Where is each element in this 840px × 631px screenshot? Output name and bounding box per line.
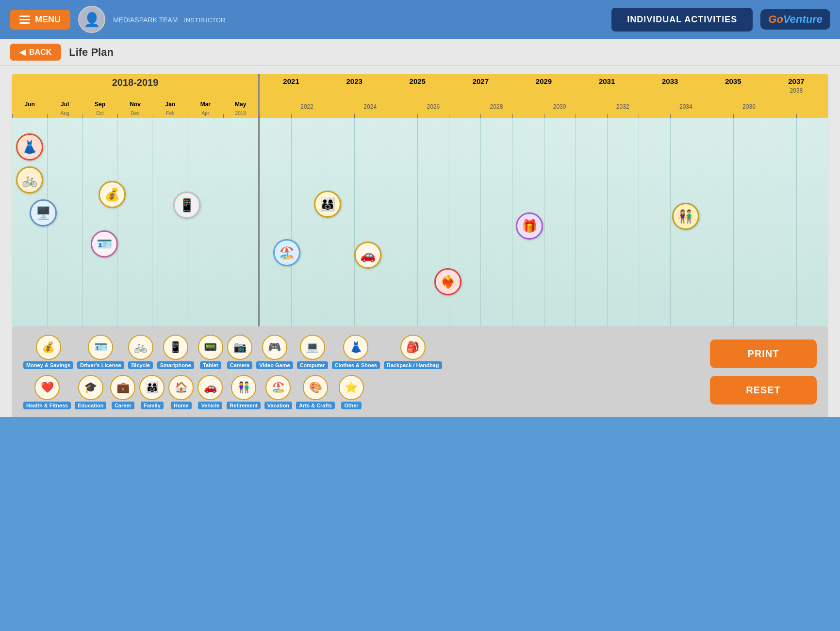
- reset-button[interactable]: RESET: [710, 376, 817, 404]
- timeline-left-header: 2018-2019 Jun JulAug SepOct NovDec JanFe…: [12, 74, 260, 118]
- chip-arts-crafts[interactable]: 🎨 Arts & Crafts: [296, 375, 335, 409]
- chip-family[interactable]: 👨‍👩‍👧 Family: [139, 375, 165, 409]
- year-2029: 2029: [512, 77, 575, 95]
- placed-item-retirement[interactable]: 👫: [672, 203, 699, 230]
- year-2033: 2033: [639, 77, 702, 95]
- chip-health-fitness[interactable]: ❤️ Health & Fitness: [23, 375, 71, 409]
- vehicle-label: Vehicle: [198, 402, 222, 409]
- career-icon: 💼: [110, 375, 135, 400]
- smartphone-label: Smartphone: [157, 361, 194, 369]
- chip-video-game[interactable]: 🎮 Video Game: [256, 335, 293, 369]
- back-chevron-icon: ◀: [19, 48, 25, 57]
- chip-other[interactable]: ⭐ Other: [339, 375, 364, 409]
- placed-item-family[interactable]: 👨‍👩‍👧: [314, 191, 341, 218]
- chip-clothes-shoes[interactable]: 👗 Clothes & Shoes: [332, 335, 380, 369]
- timeline-wrapper: 2018-2019 Jun JulAug SepOct NovDec JanFe…: [12, 74, 828, 327]
- right-vgrid-1: [291, 118, 292, 326]
- chip-backpack[interactable]: 🎒 Backpack / Handbag: [384, 335, 442, 369]
- family-icon: 👨‍👩‍👧: [139, 375, 165, 400]
- right-vgrid-3: [354, 118, 355, 326]
- hamburger-icon: [19, 16, 30, 24]
- education-icon: 🎓: [78, 375, 103, 400]
- chip-vacation[interactable]: 🏖️ Vacation: [264, 375, 292, 409]
- right-vgrid-14: [702, 118, 702, 326]
- placed-item-gift[interactable]: 🎁: [516, 212, 543, 240]
- placed-item-smartphone[interactable]: 📱: [173, 192, 200, 219]
- year-2035: 2035: [702, 77, 765, 95]
- placed-item-car[interactable]: 🚗: [354, 242, 381, 269]
- chip-career[interactable]: 💼 Career: [110, 375, 135, 409]
- chip-home[interactable]: 🏠 Home: [168, 375, 194, 409]
- right-vgrid-0: [260, 118, 260, 326]
- camera-label: Camera: [227, 361, 252, 369]
- activities-button[interactable]: INDIVIDUAL ACTIVITIES: [611, 8, 753, 32]
- chip-money-savings[interactable]: 💰 Money & Savings: [23, 335, 73, 369]
- user-name: MEDIASPARK TEAM: [113, 16, 178, 24]
- placed-item-vacation[interactable]: 🏖️: [273, 239, 300, 266]
- chip-computer[interactable]: 💻 Computer: [297, 335, 328, 369]
- chip-camera[interactable]: 📷 Camera: [227, 335, 252, 369]
- bicycle-label: Bicycle: [128, 361, 153, 369]
- back-label: BACK: [29, 48, 51, 57]
- timeline-right-header: 2021 2023 2025 2027 2029 2031 2033 2035 …: [260, 74, 828, 118]
- placed-item-bicycle[interactable]: 🚲: [16, 166, 43, 194]
- timeline-right-body: 🏖️ 👨‍👩‍👧 🚗 ❤️‍🔥 🎁 👫: [260, 118, 828, 326]
- arts-crafts-icon: 🎨: [303, 375, 328, 400]
- chip-drivers-license[interactable]: 🪪 Driver's License: [77, 335, 124, 369]
- right-vgrid-11: [607, 118, 608, 326]
- icon-row-1: 💰 Money & Savings 🪪 Driver's License 🚲 B…: [23, 335, 694, 369]
- back-button[interactable]: ◀ BACK: [10, 44, 61, 61]
- timeline-header: 2018-2019 Jun JulAug SepOct NovDec JanFe…: [12, 74, 828, 118]
- timeline-left-body: 👗 🚲 🖥️ 💰 🪪 📱: [12, 118, 260, 326]
- vehicle-icon: 🚗: [198, 375, 223, 400]
- logo-go: Go: [768, 13, 783, 25]
- timeline-period-label: 2018-2019: [112, 74, 159, 88]
- drivers-license-label: Driver's License: [77, 361, 124, 369]
- career-label: Career: [112, 402, 134, 409]
- chip-bicycle[interactable]: 🚲 Bicycle: [128, 335, 153, 369]
- home-label: Home: [171, 402, 192, 409]
- right-vgrid-10: [576, 118, 576, 326]
- year-labels-row: 2021 2023 2025 2027 2029 2031 2033 2035 …: [260, 74, 828, 95]
- right-vgrid-16: [765, 118, 765, 326]
- action-buttons: PRINT RESET: [710, 340, 817, 404]
- print-button[interactable]: PRINT: [710, 340, 817, 368]
- backpack-icon: 🎒: [400, 335, 426, 360]
- right-vgrid-17: [796, 118, 797, 326]
- backpack-label: Backpack / Handbag: [384, 361, 442, 369]
- chip-smartphone[interactable]: 📱 Smartphone: [157, 335, 194, 369]
- vgrid-2: [82, 118, 82, 326]
- timeline-body: 👗 🚲 🖥️ 💰 🪪 📱 🏖️ 👨‍👩‍👧: [12, 118, 828, 326]
- placed-item-tablet[interactable]: 🖥️: [30, 199, 57, 227]
- menu-button[interactable]: MENU: [10, 10, 70, 30]
- placed-item-money[interactable]: 💰: [99, 181, 126, 208]
- placed-item-clothes[interactable]: 👗: [16, 133, 43, 161]
- other-label: Other: [341, 402, 361, 409]
- family-label: Family: [141, 402, 164, 409]
- computer-icon: 💻: [300, 335, 325, 360]
- right-vgrid-15: [733, 118, 734, 326]
- menu-label: MENU: [35, 15, 61, 25]
- retirement-icon: 👫: [231, 375, 256, 400]
- vgrid-3: [117, 118, 117, 326]
- bottom-panel: 💰 Money & Savings 🪪 Driver's License 🚲 B…: [12, 327, 828, 417]
- chip-retirement[interactable]: 👫 Retirement: [227, 375, 260, 409]
- video-game-icon: 🎮: [262, 335, 287, 360]
- arts-crafts-label: Arts & Crafts: [296, 402, 335, 409]
- camera-icon: 📷: [227, 335, 252, 360]
- other-icon: ⭐: [339, 375, 364, 400]
- logo-venture: Venture: [783, 13, 823, 25]
- computer-label: Computer: [297, 361, 328, 369]
- placed-item-license[interactable]: 🪪: [91, 230, 118, 258]
- education-label: Education: [75, 402, 106, 409]
- placed-item-health[interactable]: ❤️‍🔥: [434, 268, 461, 295]
- chip-vehicle[interactable]: 🚗 Vehicle: [198, 375, 223, 409]
- smartphone-icon: 📱: [163, 335, 188, 360]
- chip-tablet[interactable]: 📟 Tablet: [198, 335, 223, 369]
- right-vgrid-9: [544, 118, 544, 326]
- money-savings-label: Money & Savings: [23, 361, 73, 369]
- clothes-shoes-icon: 👗: [343, 335, 368, 360]
- chip-education[interactable]: 🎓 Education: [75, 375, 106, 409]
- vacation-label: Vacation: [264, 402, 292, 409]
- avatar: 👤: [78, 6, 105, 33]
